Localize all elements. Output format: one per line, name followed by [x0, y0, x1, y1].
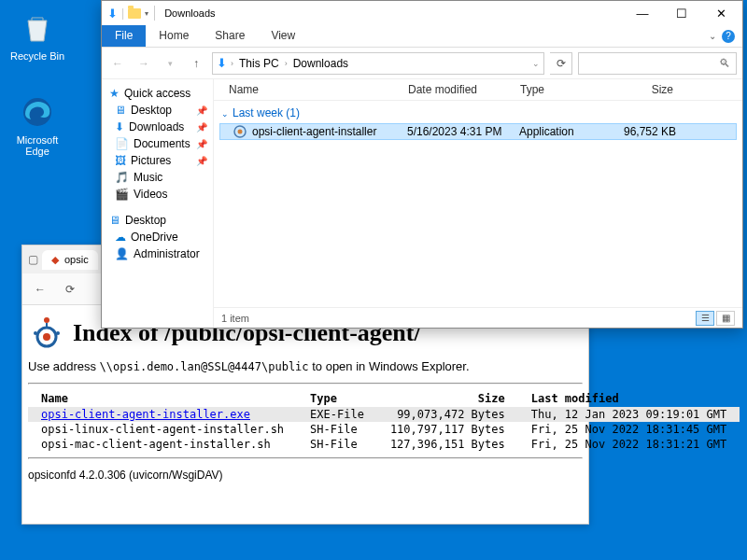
- search-icon: 🔍︎: [719, 57, 730, 70]
- item-icon: 🖼: [115, 154, 126, 167]
- sidebar-desktop[interactable]: 🖥 Desktop: [102, 212, 213, 229]
- ribbon-expand-icon[interactable]: ⌄: [709, 31, 716, 41]
- view-icons-button[interactable]: ▦: [716, 311, 735, 326]
- view-details-button[interactable]: ☰: [696, 311, 714, 326]
- edge-icon: [19, 93, 56, 131]
- help-icon[interactable]: ?: [722, 30, 735, 43]
- cell-modified: Thu, 12 Jan 2023 09:19:01 GMT: [518, 407, 740, 422]
- address-hint: Use address \\opsi.demo.lan@SSL@4447\pub…: [28, 359, 583, 373]
- recycle-bin-icon: [19, 9, 56, 47]
- nav-forward-button[interactable]: →: [134, 53, 154, 74]
- maximize-button[interactable]: ☐: [662, 1, 701, 25]
- tab-favicon: ◆: [51, 254, 59, 266]
- browser-refresh-button[interactable]: ⟳: [60, 279, 80, 300]
- tab-title: opsic: [64, 254, 89, 265]
- sidebar-item[interactable]: 🎵Music: [102, 169, 213, 186]
- pin-icon: 📌: [196, 122, 207, 133]
- minimize-button[interactable]: —: [623, 1, 662, 25]
- desktop-icon-recycle-bin[interactable]: Recycle Bin: [5, 9, 70, 62]
- nav-back-button[interactable]: ←: [107, 53, 128, 74]
- chevron-right-icon[interactable]: ›: [231, 59, 233, 68]
- ribbon-tab-file[interactable]: File: [102, 25, 146, 47]
- desktop-icon-label: Recycle Bin: [5, 50, 70, 62]
- file-size: 96,752 KB: [603, 125, 687, 138]
- ribbon-tab-view[interactable]: View: [258, 25, 308, 47]
- folder-icon[interactable]: [128, 8, 141, 19]
- pin-icon: 📌: [196, 156, 207, 166]
- item-icon: 🖥: [115, 104, 126, 117]
- down-arrow-icon[interactable]: ⬇: [107, 7, 118, 21]
- pin-icon: 📌: [196, 105, 207, 116]
- col-type: Type: [297, 390, 377, 407]
- search-box[interactable]: 🔍︎: [578, 52, 737, 75]
- file-link[interactable]: opsi-client-agent-installer.exe: [41, 408, 250, 421]
- sidebar-item[interactable]: 🎬Videos: [102, 186, 213, 203]
- sidebar-quick-access[interactable]: ★ Quick access: [102, 85, 213, 102]
- listing-row: opsi-mac-client-agent-installer.shSH-Fil…: [28, 437, 740, 452]
- sidebar-item[interactable]: 📄Documents📌: [102, 135, 213, 152]
- col-header-size[interactable]: Size: [597, 79, 681, 100]
- sidebar: ★ Quick access 🖥Desktop📌⬇Downloads📌📄Docu…: [102, 79, 214, 328]
- sidebar-item[interactable]: 🖼Pictures📌: [102, 152, 213, 169]
- tab-corner-icon: ▢: [28, 253, 38, 266]
- file-list: ⌄Last week (1) opsi-client-agent-install…: [214, 101, 742, 307]
- cloud-icon: ☁: [115, 231, 126, 244]
- sidebar-item-label: Music: [134, 171, 162, 184]
- breadcrumb-item[interactable]: This PC: [237, 57, 281, 70]
- item-icon: ⬇: [115, 120, 124, 133]
- cell-type: SH-File: [297, 422, 377, 437]
- sidebar-item[interactable]: 🖥Desktop📌: [102, 102, 213, 119]
- group-header[interactable]: ⌄Last week (1): [214, 103, 742, 123]
- user-icon: 👤: [115, 247, 129, 260]
- sidebar-item-administrator[interactable]: 👤 Administrator: [102, 245, 213, 262]
- close-button[interactable]: ✕: [701, 1, 740, 25]
- svg-point-1: [44, 317, 49, 323]
- browser-content: Index of /public/opsi-client-agent/ Use …: [22, 305, 588, 491]
- address-bar[interactable]: ⬇ › This PC › Downloads ⌄: [212, 52, 544, 75]
- col-header-type[interactable]: Type: [513, 79, 597, 100]
- browser-back-button[interactable]: ←: [30, 279, 50, 300]
- ribbon-tab-share[interactable]: Share: [202, 25, 258, 47]
- cell-size: 110,797,117 Bytes: [377, 422, 518, 437]
- downloads-icon: ⬇: [217, 56, 227, 70]
- cell-size: 99,073,472 Bytes: [377, 407, 518, 422]
- quick-access-toolbar: ⬇ | ▾: [104, 7, 148, 21]
- col-name: Name: [28, 390, 297, 407]
- application-icon: [233, 125, 247, 138]
- refresh-button[interactable]: ⟳: [550, 52, 572, 75]
- file-row[interactable]: opsi-client-agent-installer 5/16/2023 4:…: [219, 123, 737, 140]
- ribbon: File Home Share View ⌄ ?: [102, 25, 742, 48]
- ribbon-tab-home[interactable]: Home: [146, 25, 202, 47]
- nav-recent-dropdown[interactable]: ▾: [160, 53, 180, 74]
- col-header-date[interactable]: Date modified: [401, 79, 513, 100]
- listing-row: opsi-linux-client-agent-installer.shSH-F…: [28, 422, 740, 437]
- file-date: 5/16/2023 4:31 PM: [407, 125, 519, 138]
- sidebar-item-onedrive[interactable]: ☁ OneDrive: [102, 229, 213, 245]
- svg-point-8: [238, 130, 243, 134]
- explorer-window: ⬇ | ▾ Downloads — ☐ ✕ File Home Share Vi…: [101, 0, 743, 329]
- breadcrumb-item[interactable]: Downloads: [291, 57, 350, 70]
- cell-name: opsi-mac-client-agent-installer.sh: [28, 437, 297, 452]
- cell-modified: Fri, 25 Nov 2022 18:31:21 GMT: [518, 437, 740, 452]
- desktop-icon-label: Microsoft Edge: [5, 134, 70, 157]
- file-type: Application: [519, 125, 603, 138]
- sidebar-item[interactable]: ⬇Downloads📌: [102, 119, 213, 135]
- col-header-name[interactable]: Name: [214, 79, 401, 100]
- navbar: ← → ▾ ↑ ⬇ › This PC › Downloads ⌄ ⟳ 🔍︎: [102, 48, 742, 79]
- browser-tab[interactable]: ◆ opsic: [42, 250, 98, 270]
- server-footer: opsiconfd 4.2.0.306 (uvicorn/WsgiDAV): [28, 469, 583, 482]
- desktop-icon-edge[interactable]: Microsoft Edge: [5, 93, 70, 157]
- chevron-down-icon[interactable]: ⌄: [532, 59, 540, 68]
- cell-type: EXE-File: [297, 407, 377, 422]
- item-icon: 📄: [115, 137, 129, 150]
- cell-type: SH-File: [297, 437, 377, 452]
- sidebar-item-label: Desktop: [131, 104, 172, 117]
- cell-name: opsi-client-agent-installer.exe: [28, 407, 297, 422]
- nav-up-button[interactable]: ↑: [186, 53, 206, 74]
- desktop-icon: 🖥: [109, 214, 120, 227]
- listing-row: opsi-client-agent-installer.exeEXE-File9…: [28, 407, 740, 422]
- file-name: opsi-client-agent-installer: [252, 125, 376, 138]
- chevron-right-icon[interactable]: ›: [285, 59, 288, 68]
- qat-dropdown-icon[interactable]: ▾: [145, 9, 148, 18]
- opsi-logo-icon: [28, 315, 65, 352]
